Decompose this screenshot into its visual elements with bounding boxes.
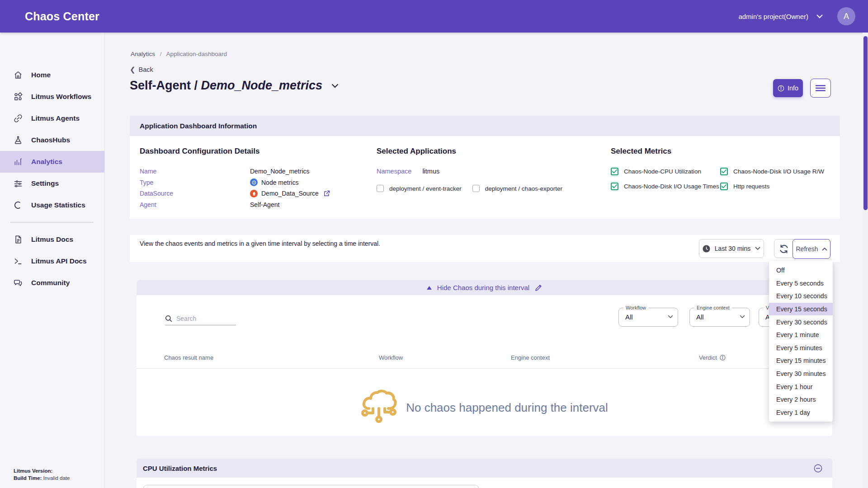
back-button[interactable]: ❮ Back [130, 66, 153, 74]
metric-checkbox-disk-rw[interactable]: Chaos-Node-Disk I/O Usage R/W [720, 168, 840, 175]
time-range-select[interactable]: Last 30 mins [699, 239, 764, 258]
engine-context-filter-select[interactable]: Engine context All [689, 308, 750, 327]
type-value: Node metrics [261, 179, 298, 186]
metric-checkbox-cpu[interactable]: Chaos-Node-CPU Utilization [611, 168, 720, 175]
metric-checkbox-disk-times[interactable]: Chaos-Node-Disk I/O Usage Times [611, 183, 720, 190]
refresh-option[interactable]: Every 30 minutes [769, 367, 833, 380]
refresh-option[interactable]: Every 1 day [769, 406, 833, 419]
cpu-chart-container [143, 485, 479, 488]
name-value: Demo_Node_metrics [250, 168, 310, 175]
litmus-version-label: Litmus Version: [14, 468, 52, 474]
sidebar-item-analytics[interactable]: Analytics [0, 151, 104, 173]
refresh-option[interactable]: Every 10 seconds [769, 290, 833, 303]
project-switcher[interactable]: admin's project(Owner) [738, 0, 823, 33]
refresh-option[interactable]: Every 15 minutes [769, 354, 833, 367]
refresh-option[interactable]: Every 5 seconds [769, 277, 833, 290]
chevron-down-icon [668, 315, 673, 319]
namespace-label: Namespace [377, 168, 411, 175]
refresh-option-selected[interactable]: Every 15 seconds [769, 303, 833, 316]
sidebar-item-home[interactable]: Home [0, 64, 104, 86]
title-chevron-down-icon[interactable] [331, 84, 339, 88]
refresh-option[interactable]: Every 2 hours [769, 393, 833, 406]
avatar-letter: A [844, 12, 849, 21]
panel-title: Application Dashboard Information [140, 122, 257, 130]
back-label: Back [139, 66, 153, 73]
type-label: Type [140, 179, 250, 186]
datasource-label: DataSource [140, 190, 250, 197]
scrollbar-thumb[interactable] [863, 36, 868, 210]
checked-checkbox-icon[interactable] [611, 183, 618, 190]
application-checkbox-event-tracker[interactable]: deployment / event-tracker [377, 185, 462, 192]
sidebar-item-litmus-workflows[interactable]: Litmus Workflows [0, 86, 104, 108]
unchecked-checkbox-icon[interactable] [472, 185, 480, 192]
sidebar-item-label: Community [31, 279, 70, 287]
node-metrics-icon [250, 178, 258, 186]
empty-state: No chaos happened during the interval [137, 380, 832, 435]
hide-chaos-toggle[interactable]: Hide Chaos during this interval [437, 284, 529, 291]
unchecked-checkbox-icon[interactable] [377, 185, 384, 192]
metric-checkbox-http[interactable]: Http requests [720, 183, 840, 190]
column-engine-context: Engine context [511, 354, 550, 361]
info-button[interactable]: Info [773, 79, 803, 97]
column-verdict: Verdict [699, 354, 726, 361]
config-section-title: Dashboard Configuration Details [140, 147, 377, 156]
collapse-minus-icon[interactable] [814, 464, 822, 473]
sidebar-item-label: Litmus Workflows [31, 93, 91, 101]
chat-bubbles-icon [14, 278, 23, 287]
sidebar-item-label: Analytics [31, 158, 62, 166]
metric-label: Http requests [733, 183, 769, 190]
dashboard-name: Demo_Node_metrics [201, 79, 323, 92]
checked-checkbox-icon[interactable] [611, 168, 618, 175]
refresh-option[interactable]: Every 1 hour [769, 380, 833, 393]
namespace-value: litmus [422, 168, 439, 175]
sidebar-item-chaoshubs[interactable]: ChaosHubs [0, 129, 104, 151]
sidebar-item-litmus-api-docs[interactable]: Litmus API Docs [0, 250, 104, 272]
avatar[interactable]: A [837, 7, 855, 25]
terminal-icon [14, 257, 23, 266]
refresh-interval-menu: Off Every 5 seconds Every 10 seconds Eve… [769, 261, 833, 422]
project-name: admin's project(Owner) [738, 13, 808, 20]
scrollbar-track[interactable] [863, 33, 868, 488]
sidebar-item-usage-statistics[interactable]: Usage Statistics [0, 194, 104, 216]
applications-section-title: Selected Applications [377, 147, 611, 156]
build-time-label: Build Time: [14, 475, 42, 481]
workflow-filter-select[interactable]: Workflow All [618, 308, 678, 327]
app-header: Chaos Center admin's project(Owner) A [0, 0, 868, 33]
application-checkbox-chaos-exporter[interactable]: deployment / chaos-exporter [472, 185, 562, 192]
sidebar-item-litmus-agents[interactable]: Litmus Agents [0, 108, 104, 129]
edit-pencil-icon[interactable] [535, 284, 542, 291]
breadcrumb-current: Application-dashboard [166, 51, 227, 57]
sidebar-item-community[interactable]: Community [0, 272, 104, 294]
time-range-value: Last 30 mins [715, 245, 750, 252]
search-input[interactable] [176, 315, 230, 322]
sidebar: Home Litmus Workflows Litmus Agents Chao… [0, 33, 105, 488]
sidebar-item-label: Litmus Docs [31, 235, 73, 244]
collapse-triangle-icon[interactable] [427, 286, 432, 290]
refresh-now-icon[interactable] [778, 244, 789, 254]
refresh-option[interactable]: Every 30 seconds [769, 315, 833, 328]
options-menu-button[interactable] [810, 79, 831, 98]
breadcrumb-analytics[interactable]: Analytics [131, 51, 155, 57]
sidebar-item-litmus-docs[interactable]: Litmus Docs [0, 229, 104, 250]
refresh-option[interactable]: Off [769, 264, 833, 277]
search-icon [165, 315, 172, 322]
agent-label: Agent [140, 201, 250, 208]
sidebar-item-settings[interactable]: Settings [0, 173, 104, 194]
verdict-info-icon[interactable] [720, 355, 726, 361]
prometheus-icon [250, 190, 258, 197]
refresh-interval-button[interactable]: Refresh [793, 239, 830, 259]
config-row-type: Type Node metrics [140, 177, 377, 188]
external-link-icon[interactable] [324, 190, 330, 197]
workflow-filter-value: All [625, 313, 633, 321]
breadcrumb: Analytics / Application-dashboard [131, 51, 227, 57]
checked-checkbox-icon[interactable] [720, 183, 728, 190]
chevron-up-icon [822, 247, 827, 251]
refresh-option[interactable]: Every 1 minute [769, 328, 833, 342]
checked-checkbox-icon[interactable] [720, 168, 728, 175]
hamburger-icon [816, 85, 826, 91]
chevron-down-icon [816, 14, 823, 19]
datasource-value: Demo_Data_Source [261, 190, 319, 197]
application-label: deployment / event-tracker [389, 185, 462, 192]
refresh-option[interactable]: Every 5 minutes [769, 342, 833, 355]
home-icon [14, 70, 23, 80]
